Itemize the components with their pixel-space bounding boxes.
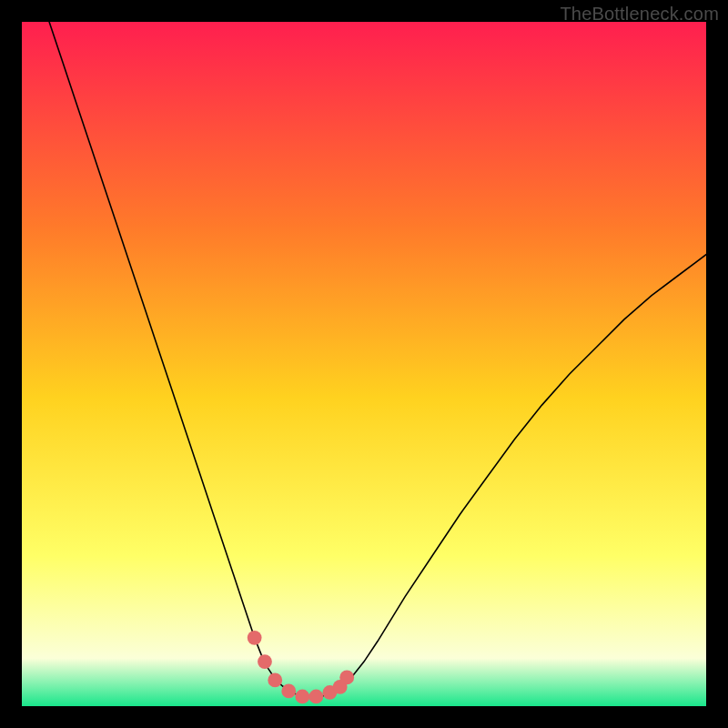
chart-frame: TheBottleneck.com [0, 0, 728, 728]
marker-dot [308, 690, 323, 704]
gradient-background [22, 22, 706, 706]
watermark-text: TheBottleneck.com [560, 4, 719, 25]
plot-area [22, 22, 706, 706]
chart-svg [22, 22, 706, 706]
marker-dot [295, 690, 309, 704]
marker-dot [268, 673, 282, 688]
marker-dot [258, 654, 272, 669]
marker-dot [248, 631, 262, 645]
marker-dot [281, 684, 296, 699]
marker-dot [339, 671, 354, 685]
